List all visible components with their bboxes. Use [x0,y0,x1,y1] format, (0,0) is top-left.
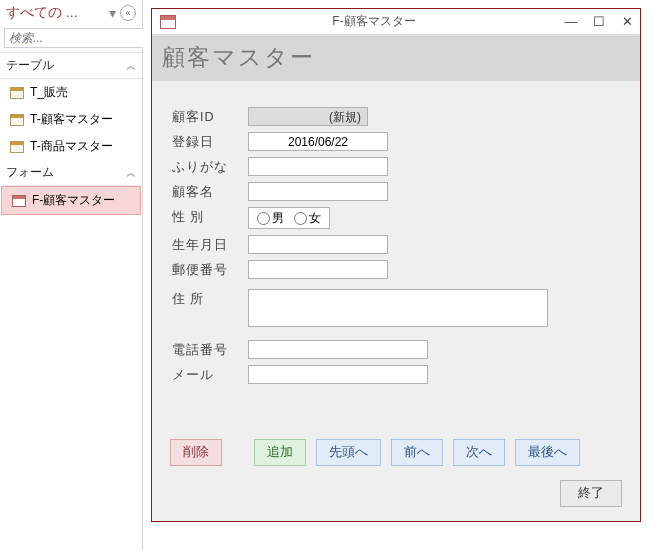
label-zip: 郵便番号 [172,260,248,279]
table-icon [10,141,24,153]
nav-item-f-customer[interactable]: F-顧客マスター [1,186,141,215]
nav-title: すべての ... [6,4,109,22]
nav-item-label: T-顧客マスター [30,111,113,128]
group-label: テーブル [6,57,54,74]
form-body: 顧客マスター 顧客ID (新規) 登録日 ふりがな 顧客名 [152,35,640,521]
nav-collapse-icon[interactable]: « [120,5,136,21]
birth-input[interactable] [248,235,388,254]
window-titlebar: F-顧客マスター — ☐ ✕ [152,9,640,35]
label-furigana: ふりがな [172,157,248,176]
gender-group: 男 女 [248,207,330,229]
chevron-up-icon: ︽ [126,59,136,73]
label-address: 住 所 [172,289,248,308]
table-icon [10,114,24,126]
phone-input[interactable] [248,340,428,359]
label-mail: メール [172,365,248,384]
close-icon[interactable]: ✕ [620,14,634,29]
label-customer-name: 顧客名 [172,182,248,201]
nav-item-label: T_販売 [30,84,68,101]
close-button[interactable]: 終了 [560,480,622,507]
record-nav-row: 削除 追加 先頭へ 前へ 次へ 最後へ [152,425,640,472]
label-phone: 電話番号 [172,340,248,359]
search-input[interactable] [4,28,165,48]
label-customer-id: 顧客ID [172,107,248,126]
mail-input[interactable] [248,365,428,384]
delete-button[interactable]: 削除 [170,439,222,466]
table-icon [10,87,24,99]
label-gender: 性 別 [172,207,248,226]
nav-item-label: T-商品マスター [30,138,113,155]
maximize-icon[interactable]: ☐ [592,14,606,29]
nav-item-t-hanbai[interactable]: T_販売 [0,79,142,106]
prev-button[interactable]: 前へ [391,439,443,466]
label-register-date: 登録日 [172,132,248,151]
form-banner: 顧客マスター [152,36,640,81]
window-title: F-顧客マスター [184,13,564,30]
search-row [0,26,142,53]
navigation-pane: すべての ... ▾ « テーブル ︽ T_販売 T-顧客マスター T-商品マス… [0,0,143,550]
first-button[interactable]: 先頭へ [316,439,381,466]
chevron-up-icon: ︽ [126,166,136,180]
register-date-input[interactable] [248,132,388,151]
gender-female-option[interactable]: 女 [294,210,321,227]
nav-item-label: F-顧客マスター [32,192,115,209]
nav-group-forms[interactable]: フォーム ︽ [0,160,142,186]
next-button[interactable]: 次へ [453,439,505,466]
group-label: フォーム [6,164,54,181]
customer-name-input[interactable] [248,182,388,201]
furigana-input[interactable] [248,157,388,176]
customer-id-field: (新規) [248,107,368,126]
form-window: F-顧客マスター — ☐ ✕ 顧客マスター 顧客ID (新規) 登録日 ふりがな [151,8,641,522]
zip-input[interactable] [248,260,388,279]
nav-item-t-product[interactable]: T-商品マスター [0,133,142,160]
nav-dropdown-icon[interactable]: ▾ [109,5,116,21]
gender-male-option[interactable]: 男 [257,210,284,227]
form-icon [12,195,26,207]
last-button[interactable]: 最後へ [515,439,580,466]
add-button[interactable]: 追加 [254,439,306,466]
nav-header: すべての ... ▾ « [0,0,142,26]
address-input[interactable] [248,289,548,327]
nav-item-t-customer[interactable]: T-顧客マスター [0,106,142,133]
form-icon [160,15,176,29]
main-area: F-顧客マスター — ☐ ✕ 顧客マスター 顧客ID (新規) 登録日 ふりがな [143,0,653,550]
label-birth: 生年月日 [172,235,248,254]
minimize-icon[interactable]: — [564,14,578,29]
nav-group-tables[interactable]: テーブル ︽ [0,53,142,79]
